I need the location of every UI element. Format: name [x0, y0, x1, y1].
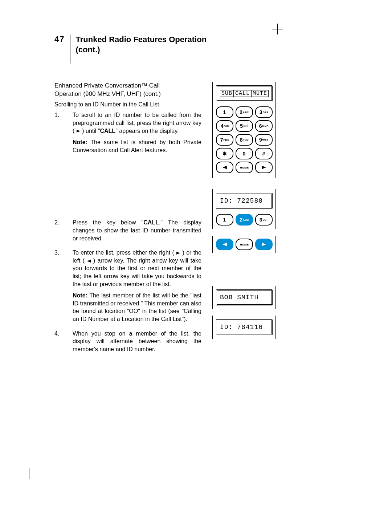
page-number: 47 [54, 34, 70, 44]
svg-marker-4 [262, 166, 266, 169]
right-arrow-icon [261, 165, 266, 170]
key-left-arrow-highlighted[interactable] [216, 239, 233, 250]
softkey-mute: MUTE [251, 90, 269, 97]
key-1[interactable]: 1 [216, 214, 233, 226]
key-7[interactable]: 7PRS [216, 134, 233, 146]
step-4: When you stop on a member of the list, t… [54, 330, 201, 353]
key-left-arrow[interactable] [216, 162, 233, 173]
step-1: To scroll to an ID number to be called f… [54, 111, 201, 154]
key-1[interactable]: 1 [216, 106, 233, 118]
softkey-call: CALL [234, 90, 251, 97]
lcd-name: BOB SMITH [216, 289, 273, 305]
key-pound[interactable]: # [255, 148, 273, 159]
svg-marker-5 [222, 243, 227, 246]
key-2[interactable]: 2ABC [236, 106, 253, 118]
svg-marker-2 [87, 260, 91, 263]
svg-marker-1 [176, 252, 180, 255]
left-arrow-icon [87, 259, 91, 263]
header-divider [70, 34, 70, 64]
radio-figure-2: ID: 722588 1 2ABC 3DEF [212, 189, 276, 253]
softkey-sub: SUB [220, 90, 234, 97]
figure-column: SUB CALL MUTE 1 2ABC 3DEF 4GHI 5JKL [212, 82, 276, 360]
keypad-full: 1 2ABC 3DEF 4GHI 5JKL 6MNO 7PRS 8TUV [216, 106, 273, 173]
title-line-2: (cont.) [75, 45, 100, 54]
key-9[interactable]: 9WXY [255, 134, 273, 146]
left-arrow-icon [222, 242, 227, 247]
right-arrow-icon [76, 129, 81, 133]
key-right-arrow[interactable] [255, 162, 273, 173]
crop-mark-icon [24, 468, 34, 479]
text-column: Enhanced Private Conversation™ Call Oper… [54, 82, 201, 360]
steps-list: To scroll to an ID number to be called f… [54, 111, 201, 154]
key-home[interactable]: HOME [236, 162, 253, 173]
lcd-id-2: ID: 784116 [216, 319, 273, 335]
step-1-note: Note: The same list is shared by both Pr… [73, 138, 201, 154]
key-8[interactable]: 8TUV [236, 134, 253, 146]
page-header: 47 Trunked Radio Features Operation (con… [54, 34, 334, 64]
key-4[interactable]: 4GHI [216, 120, 233, 132]
manual-page: 47 Trunked Radio Features Operation (con… [0, 0, 392, 532]
svg-marker-3 [222, 166, 227, 169]
right-arrow-icon [176, 251, 180, 255]
right-arrow-icon [261, 242, 266, 247]
section-subtitle: Enhanced Private Conversation™ Call Oper… [54, 82, 201, 98]
steps-list-cont: Press the key below "CALL." The display … [54, 219, 201, 353]
step-3: To enter the list, press either the righ… [54, 249, 201, 323]
key-5[interactable]: 5JKL [236, 120, 253, 132]
step-3-note: Note: The last member of the list will b… [73, 292, 201, 323]
svg-marker-6 [262, 243, 266, 246]
page-title: Trunked Radio Features Operation (cont.) [75, 34, 207, 54]
procedure-heading: Scrolling to an ID Number in the Call Li… [54, 101, 201, 109]
key-3[interactable]: 3DEF [255, 214, 273, 226]
crop-mark-icon [272, 24, 283, 34]
key-3[interactable]: 3DEF [255, 106, 273, 118]
key-right-arrow-highlighted[interactable] [255, 239, 273, 250]
key-0[interactable]: 0 [236, 148, 253, 159]
left-arrow-icon [222, 165, 227, 170]
radio-figure-1: SUB CALL MUTE 1 2ABC 3DEF 4GHI 5JKL [212, 82, 276, 178]
svg-marker-0 [77, 130, 80, 133]
key-star[interactable]: ✱ [216, 148, 233, 159]
lcd-id-1: ID: 722588 [216, 193, 273, 209]
key-6[interactable]: 6MNO [255, 120, 273, 132]
radio-figure-3: BOB SMITH [212, 286, 276, 309]
title-line-1: Trunked Radio Features Operation [75, 35, 207, 44]
lcd-softkeys: SUB CALL MUTE [216, 85, 273, 101]
key-2-highlighted[interactable]: 2ABC [236, 214, 253, 226]
step-2: Press the key below "CALL." The display … [54, 219, 201, 242]
radio-figure-4: ID: 784116 [212, 316, 276, 339]
key-home[interactable]: HOME [236, 239, 253, 250]
